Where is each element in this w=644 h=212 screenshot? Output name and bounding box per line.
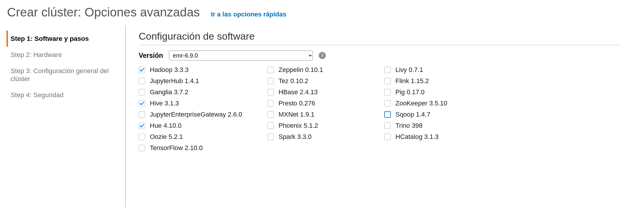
info-icon[interactable]: i <box>319 52 326 59</box>
app-checkbox[interactable] <box>139 78 145 84</box>
app-label: MXNet 1.9.1 <box>279 111 314 118</box>
app-checkbox[interactable] <box>139 145 145 151</box>
app-checkbox[interactable] <box>267 78 274 84</box>
app-checkbox[interactable] <box>139 100 145 107</box>
app-checkbox[interactable] <box>384 67 391 73</box>
steps-sidebar: Step 1: Software y pasos Step 2: Hardwar… <box>6 25 126 207</box>
app-label: Sqoop 1.4.7 <box>395 111 430 118</box>
app-item: HCatalog 3.1.3 <box>384 133 501 141</box>
step-3-general-config[interactable]: Step 3: Configuración general del clúste… <box>6 63 125 87</box>
empty-cell <box>267 144 384 152</box>
app-label: ZooKeeper 3.5.10 <box>395 100 447 107</box>
app-item: Spark 3.3.0 <box>267 133 384 141</box>
app-label: Flink 1.15.2 <box>395 77 429 85</box>
app-item: Sqoop 1.4.7 <box>384 110 501 119</box>
app-label: Tez 0.10.2 <box>279 77 308 85</box>
app-checkbox[interactable] <box>267 100 274 107</box>
app-item: Pig 0.17.0 <box>384 88 501 96</box>
app-item: JupyterHub 1.4.1 <box>139 77 267 85</box>
app-checkbox[interactable] <box>384 134 391 140</box>
app-item: MXNet 1.9.1 <box>267 110 384 119</box>
app-item: Hive 3.1.3 <box>139 99 267 107</box>
app-item: Ganglia 3.7.2 <box>139 88 267 96</box>
app-item: Phoenix 5.1.2 <box>267 122 384 130</box>
app-item: JupyterEnterpriseGateway 2.6.0 <box>139 110 267 119</box>
app-label: Hue 4.10.0 <box>150 122 182 129</box>
app-label: HCatalog 3.1.3 <box>395 133 439 141</box>
app-checkbox[interactable] <box>384 78 391 84</box>
app-label: JupyterEnterpriseGateway 2.6.0 <box>150 111 242 118</box>
main-panel: Configuración de software Versión emr-6.… <box>126 25 644 207</box>
app-item: Oozie 5.2.1 <box>139 133 267 141</box>
app-checkbox[interactable] <box>384 100 391 107</box>
empty-cell <box>384 144 501 152</box>
app-label: Hive 3.1.3 <box>150 100 179 107</box>
step-1-software[interactable]: Step 1: Software y pasos <box>6 31 125 47</box>
app-checkbox[interactable] <box>384 89 391 95</box>
app-label: TensorFlow 2.10.0 <box>150 144 203 152</box>
app-checkbox[interactable] <box>139 89 145 95</box>
app-label: HBase 2.4.13 <box>279 88 318 96</box>
page-header: Crear clúster: Opciones avanzadas Ir a l… <box>0 0 644 25</box>
page-body: Step 1: Software y pasos Step 2: Hardwar… <box>0 25 644 207</box>
app-label: Ganglia 3.7.2 <box>150 88 188 96</box>
version-row: Versión emr-6.9.0 i <box>139 51 644 60</box>
app-item: Tez 0.10.2 <box>267 77 384 85</box>
applications-grid: Hadoop 3.3.3Zeppelin 0.10.1Livy 0.7.1Jup… <box>139 66 644 152</box>
app-item: Livy 0.7.1 <box>384 66 501 74</box>
app-checkbox[interactable] <box>267 67 274 73</box>
app-label: Pig 0.17.0 <box>395 88 425 96</box>
app-label: Hadoop 3.3.3 <box>150 66 189 74</box>
version-select[interactable]: emr-6.9.0 <box>169 51 313 60</box>
app-checkbox[interactable] <box>267 111 274 118</box>
app-checkbox[interactable] <box>267 134 274 140</box>
app-checkbox[interactable] <box>139 111 145 118</box>
app-label: Phoenix 5.1.2 <box>279 122 318 129</box>
app-checkbox[interactable] <box>384 122 391 129</box>
app-item: TensorFlow 2.10.0 <box>139 144 267 152</box>
version-label: Versión <box>139 52 163 60</box>
app-item: Trino 398 <box>384 122 501 130</box>
app-label: Spark 3.3.0 <box>279 133 312 141</box>
app-label: Oozie 5.2.1 <box>150 133 183 141</box>
app-item: Hue 4.10.0 <box>139 122 267 130</box>
app-item: Zeppelin 0.10.1 <box>267 66 384 74</box>
app-item: ZooKeeper 3.5.10 <box>384 99 501 107</box>
app-label: Trino 398 <box>395 122 422 129</box>
page-title: Crear clúster: Opciones avanzadas <box>7 5 200 19</box>
app-checkbox[interactable] <box>267 89 274 95</box>
app-checkbox[interactable] <box>384 111 391 118</box>
app-label: JupyterHub 1.4.1 <box>150 77 199 85</box>
app-item: HBase 2.4.13 <box>267 88 384 96</box>
app-checkbox[interactable] <box>139 122 145 129</box>
app-checkbox[interactable] <box>139 134 145 140</box>
app-item: Presto 0.276 <box>267 99 384 107</box>
step-2-hardware[interactable]: Step 2: Hardware <box>6 47 125 63</box>
software-config-title: Configuración de software <box>139 31 620 45</box>
app-checkbox[interactable] <box>139 67 145 73</box>
app-item: Hadoop 3.3.3 <box>139 66 267 74</box>
app-label: Zeppelin 0.10.1 <box>279 66 323 74</box>
app-checkbox[interactable] <box>267 122 274 129</box>
app-label: Presto 0.276 <box>279 100 315 107</box>
app-label: Livy 0.7.1 <box>395 66 423 74</box>
quick-options-link[interactable]: Ir a las opciones rápidas <box>211 11 286 18</box>
step-4-security[interactable]: Step 4: Seguridad <box>6 87 125 103</box>
app-item: Flink 1.15.2 <box>384 77 501 85</box>
